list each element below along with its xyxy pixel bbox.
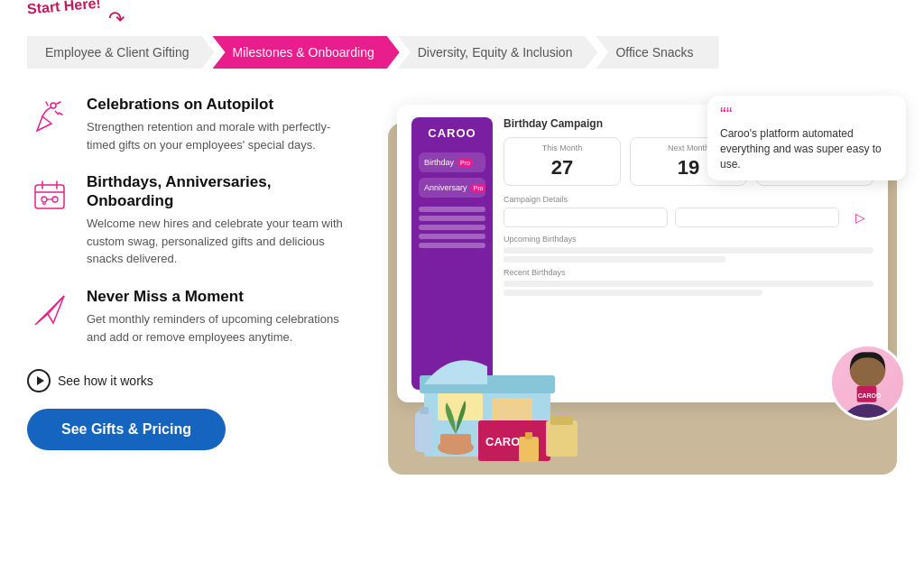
avatar-image: CAROO	[832, 346, 903, 418]
up-line-short	[504, 256, 725, 263]
person-avatar: CAROO	[829, 344, 906, 420]
tab-milestones-onboarding[interactable]: Milestones & Onboarding	[213, 36, 400, 69]
caroo-logo: CAROO	[419, 126, 485, 140]
feature-celebrations: Celebrations on Autopilot Strengthen ret…	[27, 96, 352, 153]
main-content: Celebrations on Autopilot Strengthen ret…	[0, 69, 924, 493]
campaign-field-1[interactable]	[504, 208, 668, 227]
svg-rect-20	[519, 437, 539, 462]
nav-line	[419, 207, 485, 212]
svg-point-3	[52, 197, 58, 202]
svg-point-2	[42, 197, 47, 202]
calendar-icon	[27, 173, 72, 218]
svg-rect-16	[415, 411, 433, 452]
nav-lines	[419, 207, 485, 248]
metric-this-month: This Month 27	[504, 137, 621, 186]
upcoming-birthdays: Upcoming Birthdays	[504, 235, 873, 263]
nav-area: Start Here! ↷ Employee & Client Gifting …	[0, 0, 924, 69]
nav-line	[419, 234, 485, 239]
nav-item-birthday[interactable]: Birthday Pro	[419, 152, 485, 172]
start-here-label: Start Here!	[26, 0, 101, 18]
tab-office-snacks[interactable]: Office Snacks	[596, 36, 718, 69]
svg-rect-19	[550, 416, 573, 425]
arrow-icon: ▷	[846, 208, 873, 227]
feature-never-miss-text: Never Miss a Moment Get monthly reminder…	[87, 288, 352, 346]
see-how-link[interactable]: See how it works	[27, 369, 352, 392]
recent-lines	[504, 281, 873, 296]
up-line	[504, 247, 873, 254]
nav-line	[419, 243, 485, 248]
upcoming-label: Upcoming Birthdays	[504, 235, 873, 244]
left-panel: Celebrations on Autopilot Strengthen ret…	[27, 96, 352, 475]
testimonial-text: Caroo's platform automated everything an…	[720, 126, 893, 171]
celebration-icon	[27, 96, 72, 141]
svg-point-0	[51, 103, 56, 108]
start-arrow-icon: ↷	[108, 7, 125, 31]
campaign-details-row: ▷	[504, 208, 873, 227]
feature-never-miss: Never Miss a Moment Get monthly reminder…	[27, 288, 352, 346]
quote-marks: ““	[720, 105, 893, 123]
feature-birthdays: Birthdays, Anniversaries, Onboarding Wel…	[27, 173, 352, 267]
product-box-image: CAROO	[370, 303, 623, 484]
metric-this-month-value: 27	[512, 156, 613, 180]
cta-button[interactable]: See Gifts & Pricing	[27, 409, 226, 450]
svg-rect-15	[440, 434, 471, 450]
nav-line	[419, 216, 485, 221]
svg-rect-18	[546, 420, 578, 457]
svg-text:CAROO: CAROO	[858, 392, 882, 399]
campaign-field-2[interactable]	[675, 208, 839, 227]
feature-birthdays-text: Birthdays, Anniversaries, Onboarding Wel…	[87, 173, 352, 267]
feature-celebrations-text: Celebrations on Autopilot Strengthen ret…	[87, 96, 352, 153]
nav-line	[419, 225, 485, 230]
svg-rect-11	[492, 398, 532, 420]
svg-rect-17	[420, 407, 429, 414]
testimonial-card: ““ Caroo's platform automated everything…	[707, 96, 906, 180]
recent-line	[504, 290, 762, 296]
metric-this-month-label: This Month	[512, 143, 613, 152]
nav-item-anniversary[interactable]: Anniversary Pro	[419, 178, 485, 198]
recent-line	[504, 281, 873, 287]
recent-label: Recent Birthdays	[504, 268, 873, 277]
upcoming-lines	[504, 247, 873, 263]
tab-employee-gifting[interactable]: Employee & Client Gifting	[27, 36, 215, 69]
recent-birthdays: Recent Birthdays	[504, 268, 873, 296]
campaign-details: Campaign Details ▷	[504, 195, 873, 227]
svg-rect-1	[35, 185, 64, 208]
tab-bar: Employee & Client Gifting Milestones & O…	[27, 36, 897, 69]
tab-diversity-equity[interactable]: Diversity, Equity & Inclusion	[398, 36, 598, 69]
svg-rect-21	[525, 432, 532, 439]
right-panel: ““ Caroo's platform automated everything…	[370, 96, 897, 475]
play-icon	[27, 369, 51, 392]
paper-plane-icon	[27, 288, 72, 333]
campaign-details-label: Campaign Details	[504, 195, 873, 204]
